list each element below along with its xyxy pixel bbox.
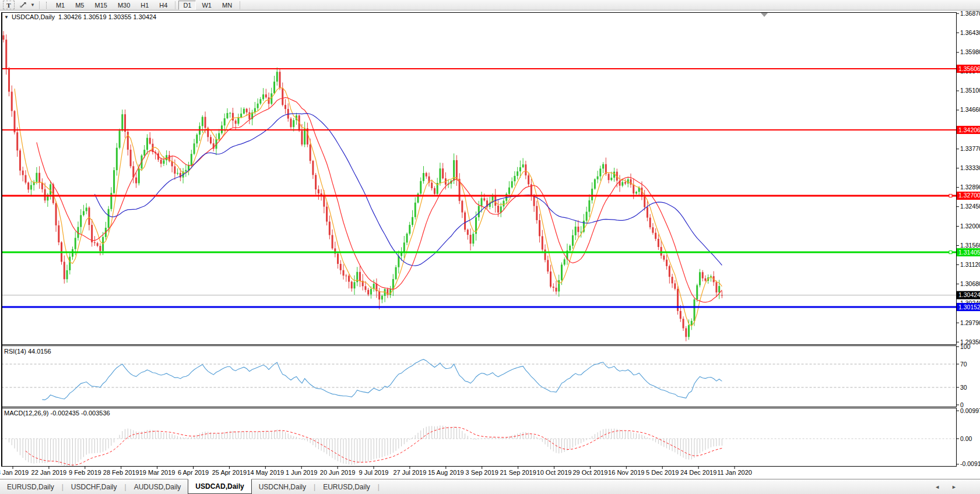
price-axis-flag: 1.32700	[957, 192, 980, 200]
hline-handle[interactable]	[949, 251, 952, 254]
date-tick-label: 15 Aug 2019	[428, 469, 464, 476]
toolbar-separator	[240, 1, 240, 9]
tab-separator: |	[62, 483, 64, 491]
svg-text:1.35606: 1.35606	[958, 65, 980, 72]
price-tick-label: 1.32000	[960, 223, 980, 230]
tab-eurusd-daily-1[interactable]: EURUSD,Daily	[0, 479, 61, 494]
text-tool-button[interactable]: T	[3, 1, 15, 9]
price-tick-label: 1.35980	[960, 48, 980, 55]
date-tick-label: 3 Jan 2019	[0, 469, 29, 476]
date-tick-label: 9 Jul 2019	[359, 469, 389, 476]
date-tick-label: 22 Jan 2019	[31, 469, 67, 476]
timeframe-m30-button[interactable]: M30	[113, 1, 135, 10]
toolbar-grip	[46, 2, 48, 9]
macd-tick-label: 0.009975	[960, 407, 980, 414]
toolbar-separator	[39, 1, 40, 9]
svg-text:1.30424: 1.30424	[958, 291, 980, 298]
date-tick-label: 28 Feb 2019	[103, 469, 139, 476]
ohlc-toggle-caret[interactable]: ▼	[4, 15, 9, 20]
tab-usdcnh-daily[interactable]: USDCNH,Daily	[252, 479, 313, 494]
date-tick-label: 9 Feb 2019	[69, 469, 101, 476]
macd-tick-label: 0.00	[960, 435, 972, 442]
rsi-tick-label: 30	[960, 384, 967, 391]
date-tick-label: 14 May 2019	[247, 469, 284, 476]
diagonal-arrows-icon	[19, 1, 27, 9]
price-axis-flag: 1.31405	[957, 248, 980, 256]
timeframe-d1-button[interactable]: D1	[178, 1, 196, 10]
date-tick-label: 10 Oct 2019	[537, 469, 572, 476]
chart-title: ▼USDCAD,Daily 1.30426 1.30519 1.30355 1.…	[4, 13, 156, 20]
price-tick-label: 1.36870	[960, 10, 980, 17]
date-tick-label: 29 Oct 2019	[572, 469, 607, 476]
price-axis-flag: 1.30152	[957, 303, 980, 311]
chart-ohlc-values: 1.30426 1.30519 1.30355 1.30424	[58, 13, 156, 20]
tab-scroll-left-icon[interactable]: ◄	[935, 484, 940, 490]
svg-text:1.34206: 1.34206	[958, 126, 980, 133]
toolbar-separator	[175, 1, 175, 9]
timeframe-h4-button[interactable]: H4	[154, 1, 172, 10]
date-tick-label: 24 Dec 2019	[680, 469, 716, 476]
price-tick-label: 1.30680	[960, 280, 980, 287]
price-tick-label: 1.29790	[960, 319, 980, 326]
tab-usdchf-daily[interactable]: USDCHF,Daily	[64, 479, 124, 494]
svg-text:1.32700: 1.32700	[958, 192, 980, 199]
tab-audusd-daily[interactable]: AUDUSD,Daily	[127, 479, 188, 494]
date-tick-label: 5 Dec 2019	[646, 469, 679, 476]
chart-tabbar: EURUSD,Daily | USDCHF,Daily | AUDUSD,Dai…	[0, 479, 980, 494]
price-tick-label: 1.36430	[960, 29, 980, 36]
chart-area[interactable]: 1.368701.364301.359801.355401.351001.346…	[0, 10, 980, 479]
timeframe-mn-button[interactable]: MN	[217, 1, 237, 10]
price-tick-label: 1.33330	[960, 164, 980, 171]
tab-separator: |	[314, 483, 315, 491]
price-tick-label: 1.35100	[960, 87, 980, 94]
price-tick-label: 1.31120	[960, 261, 980, 268]
chart-background	[0, 10, 980, 479]
timeframe-h1-button[interactable]: H1	[136, 1, 153, 10]
date-tick-label: 20 Jun 2019	[320, 469, 356, 476]
toolbar: T ▼ M1 M5 M15 M30 H1 H4 D1 W1 MN	[0, 0, 980, 10]
price-tick-label: 1.32890	[960, 184, 980, 190]
price-tick-label: 1.32450	[960, 203, 980, 210]
date-tick-label: 6 Apr 2019	[178, 469, 209, 476]
macd-tick-label: -0.00915	[960, 460, 980, 467]
date-tick-label: 11 Jan 2020	[717, 469, 752, 476]
date-tick-label: 19 Mar 2019	[139, 469, 175, 476]
price-axis-flag: 1.30424	[957, 291, 980, 299]
timeframe-w1-button[interactable]: W1	[197, 1, 216, 10]
rsi-tick-label: 100	[960, 343, 971, 350]
date-tick-label: 27 Jul 2019	[393, 469, 426, 476]
svg-text:1.30152: 1.30152	[958, 304, 980, 310]
tab-separator: |	[125, 483, 127, 491]
svg-text:1.31405: 1.31405	[958, 249, 980, 256]
price-tick-label: 1.33770	[960, 145, 980, 152]
price-axis-flag: 1.34206	[957, 126, 980, 134]
tab-eurusd-daily-2[interactable]: EURUSD,Daily	[316, 479, 377, 494]
tab-separator: |	[378, 483, 380, 491]
date-tick-label: 21 Sep 2019	[500, 469, 536, 476]
macd-indicator-label: MACD(12,26,9) -0.002435 -0.003536	[4, 410, 110, 417]
price-axis-flag: 1.35606	[957, 65, 980, 73]
pointer-mode-button[interactable]	[17, 1, 29, 9]
date-tick-label: 1 Jun 2019	[286, 469, 317, 476]
timeframe-m5-button[interactable]: M5	[71, 1, 89, 10]
tab-usdcad-daily[interactable]: USDCAD,Daily	[188, 479, 251, 494]
timeframe-m15-button[interactable]: M15	[90, 1, 111, 10]
chart-symbol-period: USDCAD,Daily	[12, 13, 55, 20]
hline-handle[interactable]	[949, 194, 952, 197]
date-tick-label: 25 Apr 2019	[212, 469, 247, 476]
rsi-tick-label: 70	[960, 361, 967, 368]
timeframe-m1-button[interactable]: M1	[51, 1, 69, 10]
date-tick-label: 3 Sep 2019	[466, 469, 498, 476]
rsi-indicator-label: RSI(14) 44.0156	[4, 348, 51, 355]
price-tick-label: 1.34660	[960, 106, 980, 113]
pointer-dropdown-caret[interactable]: ▼	[29, 2, 37, 8]
price-tick-label: 1.31560	[960, 242, 980, 249]
tab-scroll-right-icon[interactable]: ►	[951, 484, 957, 490]
date-tick-label: 16 Nov 2019	[608, 469, 644, 476]
